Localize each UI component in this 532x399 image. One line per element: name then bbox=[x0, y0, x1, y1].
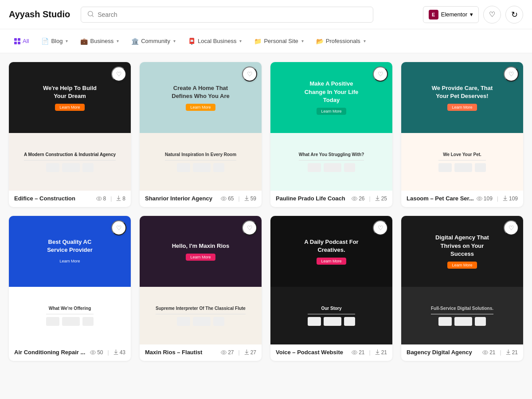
card-info-maxin: Maxin Rios – Flautist 27 | 27 bbox=[140, 344, 262, 361]
business-icon: 💼 bbox=[80, 38, 88, 45]
card-views-aircon: 50 bbox=[90, 349, 103, 356]
svg-point-7 bbox=[354, 198, 356, 200]
nav-item-blog[interactable]: 📄 Blog ▾ bbox=[36, 35, 73, 47]
card-heart-button-pauline[interactable]: ♡ bbox=[373, 66, 388, 82]
card-aircon[interactable]: ♡ Best Quality AC Service Provider Learn… bbox=[9, 216, 131, 361]
card-downloads-pauline: 25 bbox=[375, 196, 387, 202]
card-views-edifice: 8 bbox=[96, 196, 106, 202]
card-shanrior[interactable]: ♡ Create A Home That Defines Who You Are… bbox=[140, 62, 262, 207]
card-heart-button-lasoom[interactable]: ♡ bbox=[504, 66, 519, 82]
card-info-aircon: Air Conditioning Repair ... 50 | 43 bbox=[9, 344, 131, 361]
nav-label-blog: Blog bbox=[51, 38, 63, 44]
svg-point-14 bbox=[352, 351, 357, 354]
card-views-pauline: 26 bbox=[352, 196, 364, 202]
card-preview-lasoom: ♡ We Provide Care, That Your Pet Deserve… bbox=[401, 62, 523, 191]
search-input[interactable] bbox=[98, 11, 367, 18]
chevron-down-icon: ▾ bbox=[117, 39, 119, 43]
eye-icon bbox=[477, 196, 482, 201]
svg-point-15 bbox=[354, 352, 356, 353]
card-info-shanrior: Shanrior Interior Agency 65 | 59 bbox=[140, 191, 262, 207]
chevron-down-icon: ▾ bbox=[239, 39, 242, 43]
card-preview-edifice: ♡ We're Help To Build Your Dream Learn M… bbox=[9, 62, 131, 191]
svg-point-12 bbox=[221, 351, 227, 354]
svg-point-13 bbox=[223, 352, 225, 353]
nav-item-personal-site[interactable]: 📁 Personal Site ▾ bbox=[249, 35, 309, 47]
eye-icon bbox=[96, 196, 102, 201]
card-title-shanrior: Shanrior Interior Agency bbox=[145, 195, 212, 202]
nav-label-personal-site: Personal Site bbox=[264, 38, 298, 44]
nav-item-community[interactable]: 🏛️ Community ▾ bbox=[126, 35, 181, 47]
search-bar[interactable] bbox=[81, 7, 373, 23]
card-stats-bagency: 21 | 21 bbox=[482, 349, 518, 356]
card-views-lasoom: 109 bbox=[477, 196, 493, 202]
favorites-button[interactable]: ♡ bbox=[483, 6, 501, 23]
download-icon bbox=[244, 196, 249, 201]
card-maxin[interactable]: ♡ Hello, I'm Maxin Rios Learn More Supre… bbox=[140, 216, 262, 361]
card-views-bagency: 21 bbox=[482, 349, 495, 356]
card-heart-button-edifice[interactable]: ♡ bbox=[111, 66, 126, 82]
professionals-icon: 📂 bbox=[316, 38, 324, 45]
personal-site-icon: 📁 bbox=[254, 38, 262, 45]
card-downloads-bagency: 21 bbox=[506, 349, 518, 356]
card-pauline[interactable]: ♡ Make A Positive Change In Your Life To… bbox=[270, 62, 392, 207]
nav-item-all[interactable]: All bbox=[9, 35, 34, 47]
eye-icon bbox=[482, 350, 488, 355]
svg-line-1 bbox=[92, 15, 94, 16]
card-info-voice: Voice – Podcast Website 21 | 21 bbox=[270, 344, 392, 361]
card-stats-voice: 21 | 21 bbox=[352, 349, 387, 356]
card-heart-button-aircon[interactable]: ♡ bbox=[111, 220, 126, 235]
card-downloads-edifice: 8 bbox=[116, 196, 125, 202]
card-title-bagency: Bagency Digital Agency bbox=[407, 349, 472, 356]
card-heart-button-maxin[interactable]: ♡ bbox=[242, 220, 257, 235]
nav-label-all: All bbox=[23, 38, 29, 44]
download-icon bbox=[375, 196, 380, 201]
svg-point-10 bbox=[90, 351, 96, 354]
card-stats-edifice: 8 | 8 bbox=[96, 196, 126, 202]
card-info-edifice: Edifice – Construction 8 | 8 bbox=[9, 191, 131, 207]
local-business-icon: 📮 bbox=[188, 38, 196, 45]
card-title-edifice: Edifice – Construction bbox=[14, 195, 75, 202]
card-preview-shanrior: ♡ Create A Home That Defines Who You Are… bbox=[140, 62, 262, 191]
card-title-lasoom: Lasoom – Pet Care Ser... bbox=[407, 195, 474, 202]
category-nav: All 📄 Blog ▾ 💼 Business ▾ 🏛️ Community ▾… bbox=[0, 29, 532, 53]
download-icon bbox=[116, 196, 121, 201]
card-lasoom[interactable]: ♡ We Provide Care, That Your Pet Deserve… bbox=[401, 62, 523, 207]
chevron-down-icon: ▾ bbox=[364, 39, 366, 43]
card-info-pauline: Pauline Prado Life Coach 26 | 25 bbox=[270, 191, 392, 207]
card-views-maxin: 27 bbox=[221, 349, 234, 356]
card-views-shanrior: 65 bbox=[221, 196, 234, 202]
download-icon bbox=[375, 349, 380, 355]
card-info-lasoom: Lasoom – Pet Care Ser... 109 | 109 bbox=[401, 191, 523, 207]
card-title-aircon: Air Conditioning Repair ... bbox=[14, 349, 85, 356]
template-grid: ♡ We're Help To Build Your Dream Learn M… bbox=[0, 53, 532, 370]
card-heart-button-bagency[interactable]: ♡ bbox=[504, 220, 519, 235]
svg-point-9 bbox=[478, 198, 480, 200]
card-heart-button-shanrior[interactable]: ♡ bbox=[242, 66, 257, 82]
nav-item-professionals[interactable]: 📂 Professionals ▾ bbox=[311, 35, 371, 47]
card-voice[interactable]: ♡ A Daily Podcast For Creatives. Learn M… bbox=[270, 216, 392, 361]
card-title-maxin: Maxin Rios – Flautist bbox=[145, 349, 202, 356]
card-stats-lasoom: 109 | 109 bbox=[477, 196, 518, 202]
nav-item-local-business[interactable]: 📮 Local Business ▾ bbox=[183, 35, 247, 47]
elementor-label: Elementor bbox=[441, 11, 467, 18]
download-icon bbox=[244, 349, 249, 355]
eye-icon bbox=[352, 350, 357, 355]
nav-item-business[interactable]: 💼 Business ▾ bbox=[75, 35, 124, 47]
chevron-down-icon: ▾ bbox=[66, 39, 68, 43]
chevron-down-icon: ▾ bbox=[173, 39, 176, 43]
eye-icon bbox=[221, 196, 227, 201]
card-downloads-maxin: 27 bbox=[244, 349, 256, 356]
elementor-logo-icon: E bbox=[429, 10, 438, 20]
search-icon bbox=[87, 11, 94, 19]
card-heart-button-voice[interactable]: ♡ bbox=[373, 220, 388, 235]
elementor-chevron-icon: ▾ bbox=[470, 11, 473, 18]
refresh-button[interactable]: ↻ bbox=[505, 6, 523, 23]
card-bagency[interactable]: ♡ Digital Agency That Thrives on Your Su… bbox=[401, 216, 523, 361]
elementor-button[interactable]: E Elementor ▾ bbox=[423, 6, 479, 23]
card-downloads-lasoom: 109 bbox=[503, 196, 518, 202]
nav-label-professionals: Professionals bbox=[326, 38, 360, 44]
svg-point-2 bbox=[96, 197, 102, 200]
svg-point-8 bbox=[477, 197, 482, 200]
card-edifice[interactable]: ♡ We're Help To Build Your Dream Learn M… bbox=[9, 62, 131, 207]
download-icon bbox=[113, 349, 118, 355]
